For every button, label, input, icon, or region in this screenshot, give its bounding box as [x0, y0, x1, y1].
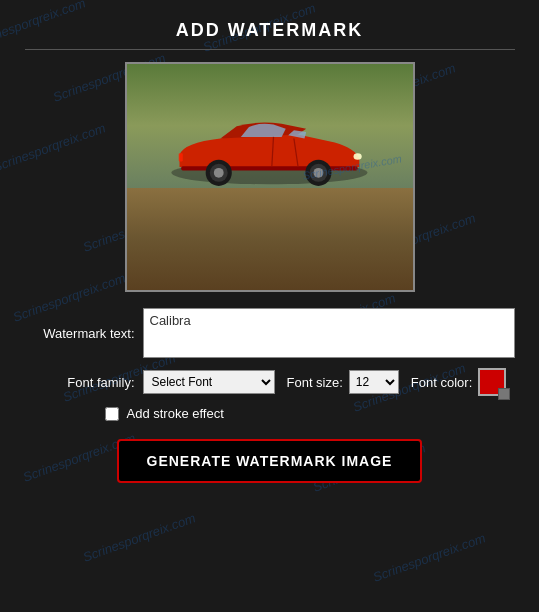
title-divider	[25, 49, 515, 50]
font-options-row: Font family: Select Font Arial Times New…	[25, 368, 515, 396]
stroke-effect-label: Add stroke effect	[127, 406, 224, 421]
font-size-label: Font size:	[287, 375, 343, 390]
stroke-effect-row: Add stroke effect	[25, 406, 515, 421]
watermark-text-input[interactable]: Calibra	[143, 308, 515, 358]
page-title: ADD WATERMARK	[176, 20, 364, 41]
form-area: Watermark text: Calibra Font family: Sel…	[25, 308, 515, 483]
font-family-select[interactable]: Select Font Arial Times New Roman Courie…	[143, 370, 275, 394]
font-family-label: Font family:	[25, 375, 135, 390]
bg-watermark-15: Scrinesporqreix.com	[81, 510, 197, 565]
image-preview-container: Scrinesporqreix.com	[125, 62, 415, 292]
font-color-swatch[interactable]	[478, 368, 506, 396]
image-watermark-text: Scrinesporqreix.com	[302, 152, 403, 181]
generate-watermark-button[interactable]: GENERATE WATERMARK IMAGE	[117, 439, 423, 483]
image-watermark-overlay: Scrinesporqreix.com	[127, 64, 413, 290]
font-color-label: Font color:	[411, 375, 472, 390]
bg-watermark-16: Scrinesporqreix.com	[371, 530, 487, 585]
watermark-text-row: Watermark text: Calibra	[25, 308, 515, 358]
stroke-effect-checkbox[interactable]	[105, 407, 119, 421]
watermark-text-label: Watermark text:	[25, 326, 135, 341]
font-size-select[interactable]: 8 9 10 11 12 14 16 18 24	[349, 370, 399, 394]
main-content: ADD WATERMARK	[0, 0, 539, 483]
